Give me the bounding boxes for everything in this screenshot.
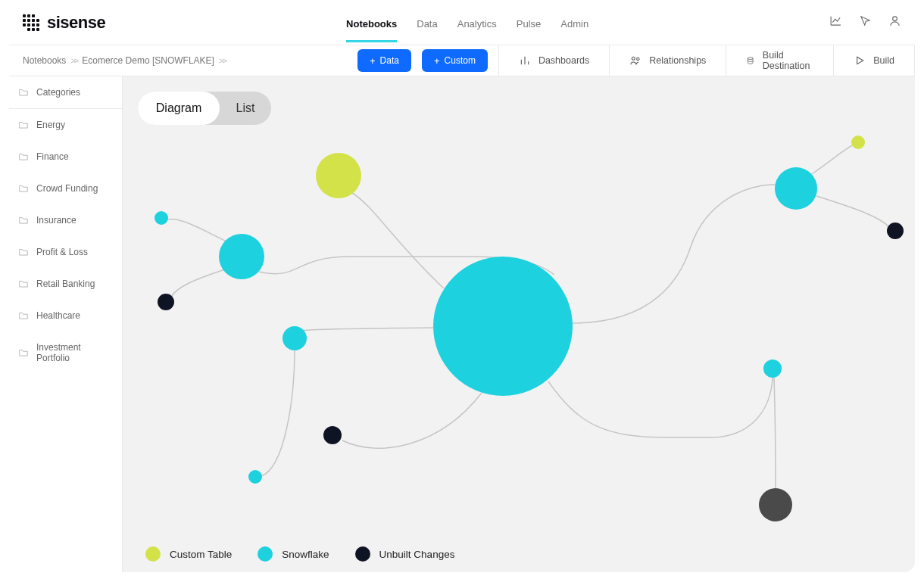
view-toggle-diagram[interactable]: Diagram: [138, 92, 220, 125]
view-toggle[interactable]: Diagram List: [138, 92, 271, 125]
legend-swatch-icon: [145, 546, 161, 562]
play-icon: [854, 54, 866, 67]
folder-icon: [18, 88, 29, 97]
node-darkTiny[interactable]: [887, 223, 904, 239]
top-icons: [829, 14, 901, 30]
sidebar-item-crowd-funding[interactable]: Crowd Funding: [9, 173, 122, 204]
sidebar-item-retail-banking[interactable]: Retail Banking: [9, 268, 122, 300]
edge-center-darkSmall2: [342, 393, 482, 448]
folder-icon: [18, 348, 29, 357]
edge-center-cyanSmallRight: [548, 378, 773, 437]
breadcrumb-current[interactable]: Ecomerce Demo [SNOWFLAKE]: [82, 55, 214, 66]
node-limeTiny[interactable]: [851, 135, 865, 149]
brand-name: sisense: [47, 13, 105, 33]
legend-snowflake: Snowflake: [258, 546, 329, 562]
top-bar: sisense NotebooksDataAnalyticsPulseAdmin: [9, 0, 915, 45]
chevron-right-icon: >>: [219, 56, 226, 65]
breadcrumb: Notebooks >> Ecomerce Demo [SNOWFLAKE] >…: [9, 45, 357, 76]
chart-line-icon[interactable]: [829, 14, 842, 30]
node-darkSmall1[interactable]: [158, 294, 174, 310]
tool-actions: Dashboards Relationships Build Destinati…: [498, 45, 915, 76]
diagram-legend: Custom Table Snowflake Unbuilt Changes: [145, 546, 454, 562]
svg-point-2: [637, 58, 639, 60]
bar-chart-icon: [519, 54, 531, 67]
primary-actions: +Data +Custom: [357, 45, 498, 76]
chevron-right-icon: >>: [70, 56, 77, 65]
topnav-analytics[interactable]: Analytics: [457, 3, 497, 42]
legend-swatch-icon: [258, 546, 273, 562]
sidebar: Categories EnergyFinanceCrowd FundingIns…: [9, 76, 123, 572]
sidebar-item-profit-loss[interactable]: Profit & Loss: [9, 236, 122, 268]
add-data-button[interactable]: +Data: [357, 49, 411, 72]
legend-swatch-icon: [355, 546, 370, 562]
node-limeTop[interactable]: [316, 153, 361, 198]
topnav-data[interactable]: Data: [417, 3, 437, 42]
breadcrumb-root[interactable]: Notebooks: [23, 55, 66, 66]
dashboards-button[interactable]: Dashboards: [498, 45, 609, 76]
relationships-button[interactable]: Relationships: [609, 45, 726, 76]
sidebar-item-finance[interactable]: Finance: [9, 141, 122, 173]
brand-logo[interactable]: sisense: [23, 13, 105, 33]
legend-unbuilt: Unbuilt Changes: [355, 546, 455, 562]
edge-cyanLeft-darkSmall1: [171, 269, 225, 297]
edge-center-cyanMid: [302, 328, 433, 331]
topnav-admin[interactable]: Admin: [560, 3, 588, 42]
add-custom-button[interactable]: +Custom: [422, 49, 488, 72]
build-button[interactable]: Build: [833, 45, 915, 76]
folder-icon: [18, 311, 29, 320]
svg-point-0: [893, 17, 897, 21]
secondary-bar: Notebooks >> Ecomerce Demo [SNOWFLAKE] >…: [9, 45, 915, 76]
folder-icon: [18, 216, 29, 225]
edge-cyanRightBig-darkTiny: [816, 196, 889, 227]
topnav-notebooks[interactable]: Notebooks: [346, 3, 397, 42]
node-tinyCyan2[interactable]: [248, 470, 262, 484]
edge-cyanRightBig-limeTiny: [812, 145, 854, 174]
sidebar-item-investment-portfolio[interactable]: Investment Portfolio: [9, 331, 122, 374]
user-icon[interactable]: [888, 14, 901, 30]
edge-cyanMid-tinyCyan2: [261, 350, 295, 476]
edge-cyanSmallRight-greyBig: [774, 378, 776, 488]
edge-center-cyanRightBig: [572, 185, 775, 323]
node-tinyCyan1[interactable]: [155, 211, 168, 225]
top-nav: NotebooksDataAnalyticsPulseAdmin: [105, 3, 829, 42]
cursor-click-icon[interactable]: [859, 14, 872, 30]
folder-icon: [18, 184, 29, 193]
plus-icon: +: [370, 56, 376, 66]
svg-point-3: [748, 58, 754, 60]
node-cyanLeft[interactable]: [219, 234, 264, 279]
node-cyanMid[interactable]: [283, 326, 307, 350]
topnav-pulse[interactable]: Pulse: [517, 3, 542, 42]
node-darkSmall2[interactable]: [323, 426, 342, 444]
sidebar-item-energy[interactable]: Energy: [9, 109, 122, 141]
sidebar-header[interactable]: Categories: [9, 76, 122, 109]
sidebar-item-healthcare[interactable]: Healthcare: [9, 300, 122, 331]
sidebar-item-insurance[interactable]: Insurance: [9, 204, 122, 236]
view-toggle-list[interactable]: List: [220, 92, 271, 125]
logo-mark-icon: [23, 14, 39, 31]
people-icon: [629, 54, 641, 67]
node-cyanSmallRight[interactable]: [763, 359, 782, 378]
body: Categories EnergyFinanceCrowd FundingIns…: [9, 76, 915, 572]
node-greyBig[interactable]: [759, 488, 792, 521]
legend-custom-table: Custom Table: [145, 546, 232, 562]
diagram-canvas[interactable]: Diagram List Custom Table Snowflake Unbu…: [123, 76, 915, 572]
edge-cyanLeft-tinyCyan1: [167, 219, 226, 241]
folder-icon: [18, 120, 29, 129]
node-center[interactable]: [433, 257, 573, 396]
folder-icon: [18, 152, 29, 161]
relationship-diagram: [123, 76, 915, 572]
database-icon: [746, 54, 754, 67]
folder-icon: [18, 247, 29, 257]
node-cyanRightBig[interactable]: [775, 167, 817, 210]
app-root: sisense NotebooksDataAnalyticsPulseAdmin…: [9, 0, 915, 572]
folder-icon: [18, 279, 29, 288]
plus-icon: +: [434, 56, 440, 66]
svg-point-1: [632, 57, 635, 60]
build-destination-button[interactable]: Build Destination: [726, 45, 833, 76]
edge-center-limeTop: [352, 193, 444, 288]
